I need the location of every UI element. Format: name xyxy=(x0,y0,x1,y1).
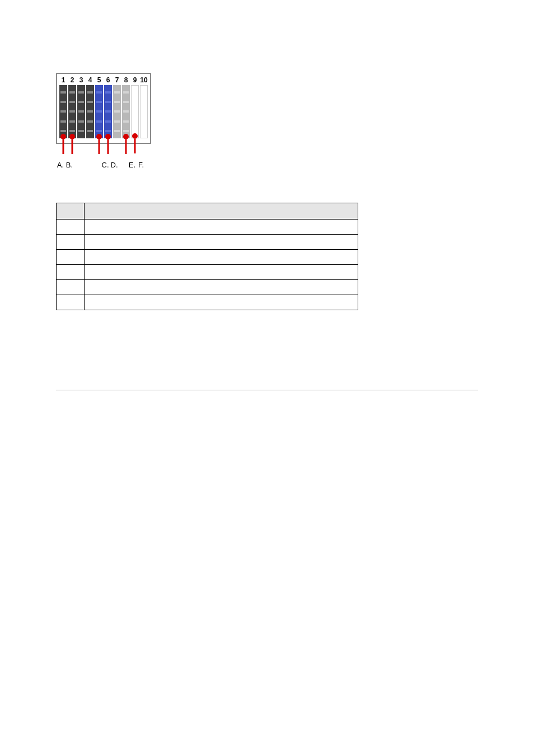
pin-labels-row: A. B. C. D. E. F. xyxy=(56,161,151,169)
table-row xyxy=(57,235,358,250)
pin-f-tail xyxy=(134,139,136,153)
label-f: F. xyxy=(137,161,146,169)
pin-e-icon xyxy=(123,134,129,139)
slot-num-4: 4 xyxy=(86,76,94,84)
label-b: B. xyxy=(65,161,74,169)
table-cell xyxy=(57,250,85,265)
slot-num-1: 1 xyxy=(59,76,67,84)
pin-a-icon xyxy=(60,134,66,139)
slot-4 xyxy=(86,85,94,138)
table-cell xyxy=(57,220,85,235)
memory-slot-diagram: 1 2 3 4 5 6 7 8 9 10 xyxy=(56,73,151,169)
slot-1 xyxy=(59,85,67,138)
table-row xyxy=(57,265,358,280)
slot-6 xyxy=(104,85,112,138)
slot-3 xyxy=(77,85,85,138)
slot-2 xyxy=(68,85,76,138)
slot-7 xyxy=(113,85,121,138)
label-e: E. xyxy=(128,161,137,169)
pin-d-tail xyxy=(107,139,109,154)
slot-number-row: 1 2 3 4 5 6 7 8 9 10 xyxy=(59,76,148,84)
pin-e-tail xyxy=(125,139,127,154)
pin-c-icon xyxy=(96,134,102,139)
slot-num-9: 9 xyxy=(131,76,139,84)
table-cell xyxy=(85,280,358,295)
slot-num-6: 6 xyxy=(104,76,112,84)
slot-num-2: 2 xyxy=(68,76,76,84)
diagram-frame: 1 2 3 4 5 6 7 8 9 10 xyxy=(56,73,151,144)
label-a: A. xyxy=(56,161,65,169)
table-row xyxy=(57,295,358,310)
slot-row xyxy=(59,85,148,138)
footer-divider xyxy=(56,390,478,390)
pin-b-tail xyxy=(72,139,73,154)
table-header-row xyxy=(57,203,358,220)
pin-a-tail xyxy=(63,139,64,154)
slot-num-10: 10 xyxy=(140,76,148,84)
slot-10 xyxy=(140,85,148,138)
table-header-desc xyxy=(85,203,358,220)
slot-num-3: 3 xyxy=(77,76,85,84)
table-cell xyxy=(57,235,85,250)
table-cell xyxy=(85,265,358,280)
table-cell xyxy=(85,235,358,250)
table-cell xyxy=(85,295,358,310)
label-d: D. xyxy=(110,161,119,169)
label-c: C. xyxy=(101,161,110,169)
table-header-key xyxy=(57,203,85,220)
pin-d-icon xyxy=(105,134,111,139)
slot-num-5: 5 xyxy=(95,76,103,84)
table-cell xyxy=(57,280,85,295)
table-cell xyxy=(57,265,85,280)
slot-9 xyxy=(131,85,139,138)
table-cell xyxy=(57,295,85,310)
slot-5 xyxy=(95,85,103,138)
table-row xyxy=(57,250,358,265)
pin-c-tail xyxy=(99,139,100,154)
table-row xyxy=(57,220,358,235)
slot-8 xyxy=(122,85,130,138)
slot-num-8: 8 xyxy=(122,76,130,84)
pin-f-icon xyxy=(132,133,138,139)
table-cell xyxy=(85,220,358,235)
table-row xyxy=(57,280,358,295)
definition-table xyxy=(56,203,358,310)
table-cell xyxy=(85,250,358,265)
slot-num-7: 7 xyxy=(113,76,121,84)
pin-b-icon xyxy=(69,134,75,139)
